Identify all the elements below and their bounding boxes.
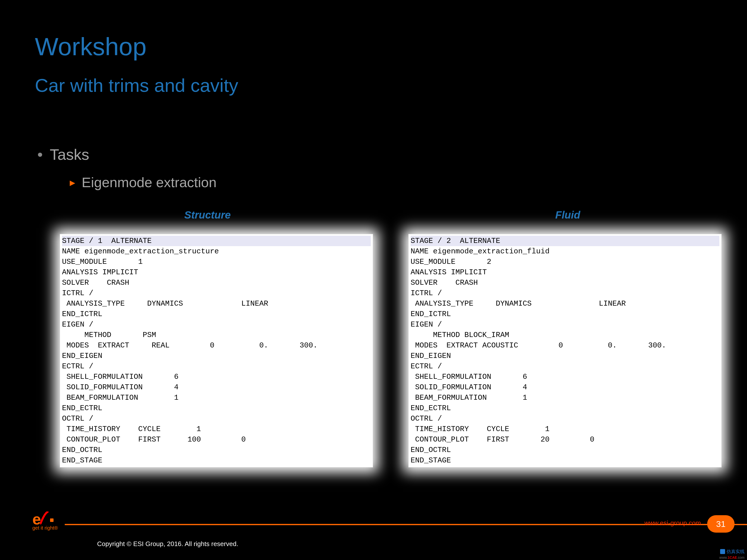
code-stage-line-right: STAGE / 2 ALTERNATE (411, 236, 719, 246)
logo-letter-e: e (32, 514, 40, 525)
slide-subtitle: Car with trims and cavity (35, 75, 238, 96)
code-block-structure: STAGE / 1 ALTERNATE NAME eigenmode_extra… (60, 234, 373, 468)
code-stage-line-left: STAGE / 1 ALTERNATE (62, 236, 371, 246)
copyright-text: Copyright © ESI Group, 2016. All rights … (97, 540, 238, 548)
esi-logo: e (32, 511, 54, 525)
watermark-cn-text: 仿真实线 (727, 549, 745, 555)
column-label-fluid: Fluid (555, 209, 580, 221)
bullet-l1-text: Tasks (50, 145, 89, 163)
page-number-badge: 31 (707, 515, 735, 533)
slide-title: Workshop (35, 32, 147, 61)
footer-url: www.esi-group.com (644, 519, 701, 527)
code-body-right: NAME eigenmode_extraction_fluid USE_MODU… (411, 247, 666, 465)
watermark-icon (720, 549, 725, 554)
code-body-left: NAME eigenmode_extraction_structure USE_… (62, 247, 317, 465)
column-label-structure: Structure (184, 209, 231, 221)
bullet-l2-text: Eigenmode extraction (82, 174, 216, 190)
watermark-cn: 仿真实线 (720, 549, 745, 555)
logo-dot-icon (50, 518, 54, 522)
logo-tagline: get it right® (32, 525, 58, 531)
code-block-fluid: STAGE / 2 ALTERNATE NAME eigenmode_extra… (408, 234, 722, 468)
watermark-url-mid: 1CAE (727, 556, 737, 560)
watermark-url-prefix: www. (719, 556, 727, 560)
logo-swoosh-icon (40, 511, 49, 525)
watermark-url: www.1CAE.com (719, 556, 745, 560)
page-number: 31 (716, 519, 726, 529)
bullet-level-1: Tasks (37, 145, 89, 163)
watermark-url-suffix: .com (737, 556, 745, 560)
bullet-level-2: Eigenmode extraction (70, 174, 216, 190)
